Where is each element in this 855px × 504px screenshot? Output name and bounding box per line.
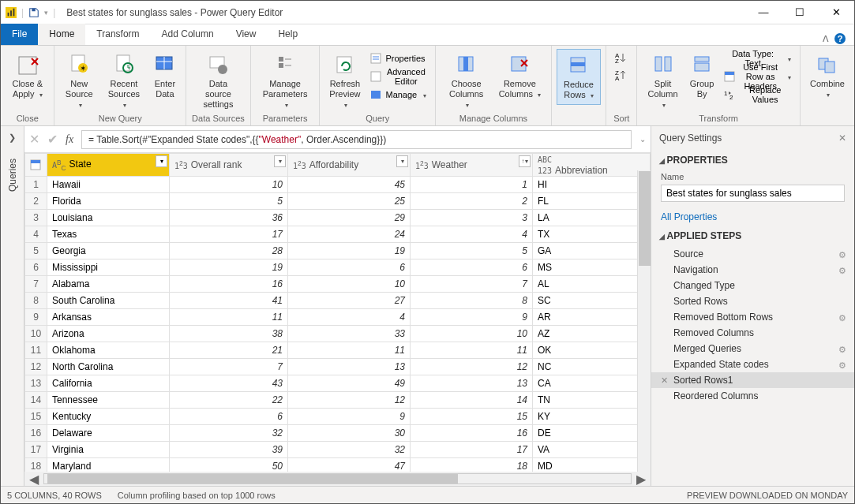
- save-icon[interactable]: [28, 7, 39, 18]
- table-row[interactable]: 15Kentucky6915KY: [25, 409, 651, 425]
- combine-button[interactable]: Combine: [805, 49, 849, 103]
- column-header-rank[interactable]: 123Overall rank▾: [170, 154, 288, 177]
- table-row[interactable]: 11Oklahoma211111OK: [25, 342, 651, 359]
- tab-help[interactable]: Help: [267, 24, 309, 45]
- table-row[interactable]: 14Tennessee221214TN: [25, 392, 651, 409]
- all-properties-link[interactable]: All Properties: [651, 208, 854, 226]
- svg-rect-50: [825, 62, 834, 73]
- horizontal-scrollbar[interactable]: ◀▶: [24, 472, 651, 486]
- help-icon[interactable]: ?: [834, 32, 846, 45]
- table-row[interactable]: 8South Carolina41278SC: [25, 293, 651, 309]
- applied-step[interactable]: Merged Queries⚙: [651, 341, 854, 357]
- column-header-affordability[interactable]: 123Affordability▾: [288, 154, 411, 177]
- tab-view[interactable]: View: [225, 24, 268, 45]
- delete-step-icon[interactable]: ✕: [661, 375, 668, 386]
- vertical-scrollbar[interactable]: [637, 170, 651, 472]
- gear-icon[interactable]: ⚙: [838, 360, 846, 371]
- applied-steps-section[interactable]: APPLIED STEPS: [651, 226, 854, 246]
- data-grid[interactable]: ABCState▾ 123Overall rank▾ 123Affordabil…: [24, 153, 651, 472]
- properties-button[interactable]: Properties: [366, 49, 430, 67]
- filter-icon[interactable]: ▾: [156, 155, 167, 167]
- svg-rect-2: [10, 10, 12, 16]
- applied-step[interactable]: ✕Sorted Rows1: [651, 372, 854, 388]
- svg-rect-46: [725, 72, 734, 75]
- gear-icon[interactable]: ⚙: [838, 266, 846, 276]
- applied-step[interactable]: Navigation⚙: [651, 262, 854, 278]
- gear-icon[interactable]: ⚙: [838, 313, 846, 323]
- table-row[interactable]: 12North Carolina71312NC: [25, 359, 651, 375]
- refresh-preview-button[interactable]: Refresh Preview: [324, 49, 365, 114]
- status-profiling[interactable]: Column profiling based on top 1000 rows: [118, 491, 276, 500]
- expand-queries-icon[interactable]: ❯: [9, 133, 16, 143]
- applied-step[interactable]: Sorted Rows: [651, 293, 854, 309]
- formula-input[interactable]: = Table.Sort(#"Expanded State codes",{{"…: [81, 130, 632, 149]
- fx-icon[interactable]: fx: [66, 133, 73, 146]
- svg-rect-28: [371, 72, 381, 81]
- formula-dropdown-icon[interactable]: ⌄: [639, 135, 646, 144]
- tab-transform[interactable]: Transform: [85, 24, 150, 45]
- svg-rect-41: [655, 57, 662, 71]
- table-row[interactable]: 17Virginia393217VA: [25, 442, 651, 458]
- cancel-formula-icon[interactable]: ✕: [29, 132, 39, 147]
- applied-step[interactable]: Removed Bottom Rows⚙: [651, 309, 854, 325]
- table-row[interactable]: 7Alabama16107AL: [25, 276, 651, 293]
- sort-asc-filter-icon[interactable]: ↑▾: [519, 155, 531, 167]
- column-header-weather[interactable]: 123Weather↑▾: [411, 154, 533, 177]
- table-row[interactable]: 10Arizona383310AZ: [25, 326, 651, 342]
- applied-step[interactable]: Reordered Columns: [651, 388, 854, 404]
- enter-data-button[interactable]: Enter Data: [149, 49, 181, 114]
- sort-asc-button[interactable]: AZ: [611, 49, 632, 66]
- column-header-abbrev[interactable]: ABC123Abbreviation: [533, 154, 651, 177]
- table-row[interactable]: 9Arkansas1149AR: [25, 309, 651, 326]
- gear-icon[interactable]: ⚙: [838, 345, 846, 355]
- data-source-settings-button[interactable]: Data source settings: [191, 49, 246, 113]
- table-row[interactable]: 5Georgia28195GA: [25, 243, 651, 259]
- applied-step[interactable]: Removed Columns: [651, 325, 854, 341]
- applied-step[interactable]: Expanded State codes⚙: [651, 357, 854, 372]
- minimize-button[interactable]: —: [745, 1, 782, 24]
- status-bar: 5 COLUMNS, 40 ROWS Column profiling base…: [1, 486, 854, 503]
- gear-icon[interactable]: ⚙: [838, 250, 846, 260]
- table-row[interactable]: 6Mississippi1966MS: [25, 259, 651, 276]
- tab-addcolumn[interactable]: Add Column: [151, 24, 225, 45]
- maximize-button[interactable]: ☐: [782, 1, 818, 24]
- table-corner[interactable]: [25, 154, 47, 177]
- tab-file[interactable]: File: [1, 24, 38, 45]
- table-row[interactable]: 13California434913CA: [25, 375, 651, 392]
- applied-step[interactable]: Source⚙: [651, 246, 854, 262]
- commit-formula-icon[interactable]: ✔: [47, 132, 58, 147]
- first-row-headers-button[interactable]: Use First Row as Headers: [720, 67, 795, 85]
- table-row[interactable]: 1Hawaii10451HI: [25, 177, 651, 193]
- manage-parameters-button[interactable]: Manage Parameters: [256, 49, 315, 114]
- advanced-editor-button[interactable]: Advanced Editor: [366, 67, 430, 85]
- manage-button[interactable]: Manage: [366, 85, 430, 103]
- filter-icon[interactable]: ▾: [396, 155, 408, 167]
- group-by-button[interactable]: Group By: [685, 49, 719, 114]
- remove-columns-button[interactable]: Remove Columns: [493, 49, 546, 114]
- queries-pane-collapsed[interactable]: ❯ Queries: [1, 126, 24, 486]
- column-header-state[interactable]: ABCState▾: [47, 154, 170, 177]
- query-name-input[interactable]: [661, 185, 845, 202]
- table-row[interactable]: 16Delaware323016DE: [25, 425, 651, 442]
- table-row[interactable]: 18Maryland504718MD: [25, 458, 651, 472]
- properties-section[interactable]: PROPERTIES: [651, 150, 854, 170]
- close-button[interactable]: ✕: [818, 1, 854, 24]
- table-row[interactable]: 2Florida5252FL: [25, 193, 651, 210]
- svg-text:A: A: [615, 75, 620, 81]
- sort-desc-button[interactable]: ZA: [611, 66, 632, 84]
- close-settings-icon[interactable]: ✕: [838, 133, 846, 144]
- collapse-ribbon-icon[interactable]: ᐱ: [823, 34, 829, 44]
- applied-step[interactable]: Changed Type: [651, 278, 854, 293]
- tab-home[interactable]: Home: [38, 24, 85, 45]
- ribbon: Close & Apply Close ✶New Source Recent S…: [1, 46, 854, 126]
- new-source-button[interactable]: ✶New Source: [59, 49, 99, 114]
- reduce-rows-button[interactable]: Reduce Rows: [557, 49, 602, 105]
- recent-sources-button[interactable]: Recent Sources: [100, 49, 148, 114]
- split-column-button[interactable]: Split Column: [642, 49, 683, 114]
- replace-values-button[interactable]: 12Replace Values: [720, 85, 795, 103]
- filter-icon[interactable]: ▾: [274, 155, 286, 167]
- table-row[interactable]: 4Texas17244TX: [25, 226, 651, 243]
- table-row[interactable]: 3Louisiana36293LA: [25, 210, 651, 226]
- close-apply-button[interactable]: Close & Apply: [6, 49, 49, 103]
- choose-columns-button[interactable]: Choose Columns: [441, 49, 492, 114]
